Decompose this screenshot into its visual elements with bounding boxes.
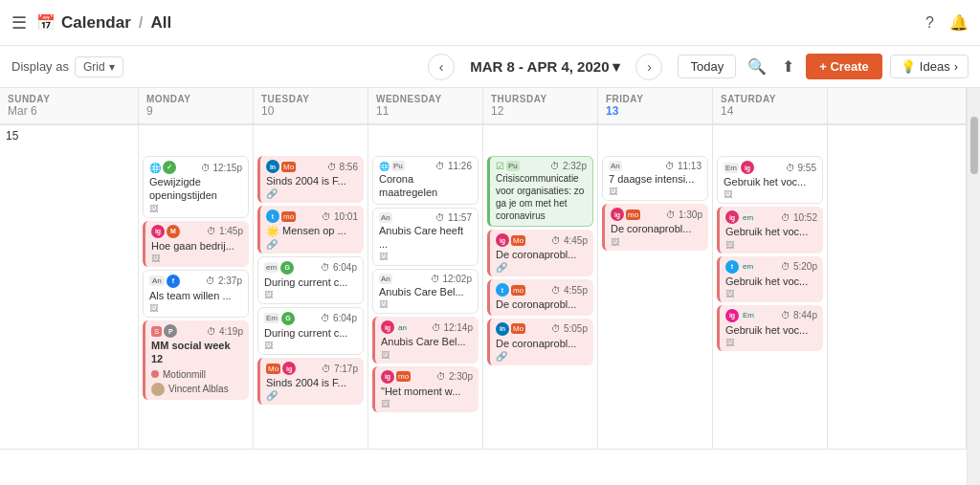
event-time: ⏱ 5:20p xyxy=(781,261,817,272)
event-time: ⏱ 2:37p xyxy=(206,276,242,286)
publi2-badge: Pu xyxy=(506,161,520,171)
event-title: 7 daagse intensi... xyxy=(609,172,702,186)
ig9-icon: ig xyxy=(725,309,739,322)
event-tue-3[interactable]: em G ⏱ 6:04p During current c... 🖼 xyxy=(257,256,364,304)
day-num: 13 xyxy=(606,104,704,118)
event-sat-4[interactable]: ig Em ⏱ 8:44p Gebruik het voc... 🖼 xyxy=(717,305,823,351)
event-thu-1[interactable]: ☑ Pu ⏱ 2:32p Crisiscommunicatie voor org… xyxy=(487,156,593,227)
event-time: ⏱ 4:19p xyxy=(207,326,243,337)
header-monday: MONDAY 9 xyxy=(139,88,254,124)
event-mon-1[interactable]: 🌐 ✓ ⏱ 12:15p Gewijzigde openingstijden 🖼 xyxy=(143,156,249,218)
top-bar: ☰ 📅 Calendar / All ? 🔔 xyxy=(0,0,980,46)
ideas-button[interactable]: 💡 Ideas › xyxy=(890,55,969,78)
event-time: ⏱ 1:45p xyxy=(207,226,243,236)
prev-button[interactable]: ‹ xyxy=(428,54,455,80)
ig6-icon: ig xyxy=(611,208,624,221)
event-wed-4[interactable]: ig an ⏱ 12:14p Anubis Care Bel... 🖼 xyxy=(372,317,479,363)
event-sat-3[interactable]: t em ⏱ 5:20p Gebruik het voc... 🖼 xyxy=(717,256,823,302)
ig-icon: ig xyxy=(151,225,165,238)
event-time: ⏱ 5:05p xyxy=(551,323,588,334)
day-num: 11 xyxy=(376,104,475,118)
hamburger-icon[interactable]: ☰ xyxy=(11,12,27,33)
event-sub: 🖼 xyxy=(149,303,242,313)
calendar-icon: 📅 xyxy=(36,13,56,32)
event-title: Sinds 2004 is F... xyxy=(266,174,358,187)
ideas-chevron-icon: › xyxy=(954,59,958,74)
empt2-icon: Em xyxy=(264,313,279,323)
event-person-motionmill: Motionmill xyxy=(151,369,243,380)
event-fri-2[interactable]: ig mo ⏱ 1:30p De coronaprobl... 🖼 xyxy=(602,204,708,250)
event-title: Gebruik het voc... xyxy=(725,275,817,288)
pub-badge: ✓ xyxy=(163,161,176,174)
event-fri-1[interactable]: An ⏱ 11:13 7 daagse intensi... 🖼 xyxy=(602,156,708,201)
event-title: Crisiscommunicatie voor organisaties: zo… xyxy=(496,172,587,222)
event-title: De coronaprobl... xyxy=(496,248,588,261)
event-thu-3[interactable]: t mo ⏱ 4:55p De coronaprobl... xyxy=(487,279,593,315)
grid-select[interactable]: Grid ▾ xyxy=(75,56,123,77)
event-sub: 🖼 xyxy=(149,204,242,213)
cell-monday: 🌐 ✓ ⏱ 12:15p Gewijzigde openingstijden 🖼… xyxy=(139,152,254,450)
event-tue-1[interactable]: in Mo ⏱ 8:56 Sinds 2004 is F... 🔗 xyxy=(257,156,364,203)
title-separator: / xyxy=(139,13,144,33)
week-main-row: 🌐 ✓ ⏱ 12:15p Gewijzigde openingstijden 🖼… xyxy=(0,152,967,450)
next-button[interactable]: › xyxy=(635,54,662,80)
event-time: ⏱ 11:13 xyxy=(665,161,702,171)
event-title: During current c... xyxy=(264,276,357,289)
today-button[interactable]: Today xyxy=(678,55,736,78)
ideas-label: Ideas xyxy=(920,59,950,74)
day-num: 14 xyxy=(721,104,819,118)
event-mon-3[interactable]: An f ⏱ 2:37p Als team willen ... 🖼 xyxy=(143,270,249,318)
event-wed-3[interactable]: An ⏱ 12:02p Anubis Care Bel... 🖼 xyxy=(372,269,479,314)
calendar-container: SUNDAY Mar 6 MONDAY 9 TUESDAY 10 WEDNESD… xyxy=(0,88,980,485)
event-time: ⏱ 6:04p xyxy=(321,313,357,323)
world-icon: 🌐 xyxy=(149,163,161,173)
day-num: 10 xyxy=(261,104,360,118)
subtitle-text: All xyxy=(150,13,171,33)
motio4-icon: Mo xyxy=(511,323,525,334)
motio-icon: mo xyxy=(396,371,411,382)
day-num: 12 xyxy=(491,104,590,118)
create-button[interactable]: + Create xyxy=(806,54,882,79)
event-time: ⏱ 2:32p xyxy=(550,161,587,171)
notification-icon[interactable]: 🔔 xyxy=(949,13,969,32)
event-wed-2[interactable]: An ⏱ 11:57 Anubis Care heeft ... 🖼 xyxy=(372,208,479,267)
date-range-text: MAR 8 - APR 4, 2020 xyxy=(470,58,609,75)
search-button[interactable]: 🔍 xyxy=(744,54,770,79)
event-tue-5[interactable]: Mo ig ⏱ 7:17p Sinds 2004 is F... 🔗 xyxy=(257,358,364,405)
scrollbar[interactable] xyxy=(967,88,980,485)
ig7-icon: ig xyxy=(741,161,754,174)
event-tue-4[interactable]: Em G ⏱ 6:04p During current c... 🖼 xyxy=(257,307,364,355)
help-icon[interactable]: ? xyxy=(925,14,934,32)
event-mon-2[interactable]: ig M ⏱ 1:45p Hoe gaan bedrij... 🖼 xyxy=(143,221,249,267)
event-title: De coronaprobl... xyxy=(496,337,588,350)
cell-sunday xyxy=(0,152,139,450)
share-button[interactable]: ⬆ xyxy=(778,54,798,79)
topbar-actions: ? 🔔 xyxy=(925,13,969,32)
event-sat-1[interactable]: Em ig ⏱ 9:55 Gebruik het voc... 🖼 xyxy=(717,156,823,204)
date-chevron-icon: ▾ xyxy=(612,58,620,76)
day-name: WEDNESDAY xyxy=(376,94,475,104)
event-time: ⏱ 11:57 xyxy=(435,212,472,223)
event-thu-2[interactable]: ig Mo ⏱ 4:45p De coronaprobl... 🔗 xyxy=(487,230,593,276)
event-sat-2[interactable]: ig em ⏱ 10:52 Gebruik het voc... 🖼 xyxy=(717,207,823,253)
event-title: 🌟 Mensen op ... xyxy=(266,224,358,237)
date-range[interactable]: MAR 8 - APR 4, 2020 ▾ xyxy=(470,58,620,76)
em2-icon: em xyxy=(741,261,755,272)
event-mon-4-social-week[interactable]: S P ⏱ 4:19p MM social week 12 Motionmill… xyxy=(143,320,249,400)
anu-icon: An xyxy=(379,274,392,284)
header-wednesday: WEDNESDAY 11 xyxy=(368,88,483,124)
event-wed-5[interactable]: ig mo ⏱ 2:30p "Het moment w... 🖼 xyxy=(372,366,479,412)
tw2-icon: t xyxy=(496,283,509,297)
header-saturday: SATURDAY 14 xyxy=(713,88,828,124)
fb-icon: f xyxy=(167,275,180,288)
event-tue-2[interactable]: t mo ⏱ 10:01 🌟 Mensen op ... 🔗 xyxy=(257,206,364,253)
scrollbar-thumb[interactable] xyxy=(970,117,978,174)
event-wed-1[interactable]: 🌐 Pu ⏱ 11:26 Corona maatregelen xyxy=(372,156,479,205)
event-time: ⏱ 2:30p xyxy=(436,371,473,382)
event-sub: 🖼 xyxy=(151,254,243,263)
ig2-icon: ig xyxy=(282,362,296,375)
day-name: THURSDAY xyxy=(491,94,590,104)
event-time: ⏱ 12:15p xyxy=(201,163,242,173)
event-thu-4[interactable]: in Mo ⏱ 5:05p De coronaprobl... 🔗 xyxy=(487,319,593,365)
event-title: "Het moment w... xyxy=(381,385,473,398)
